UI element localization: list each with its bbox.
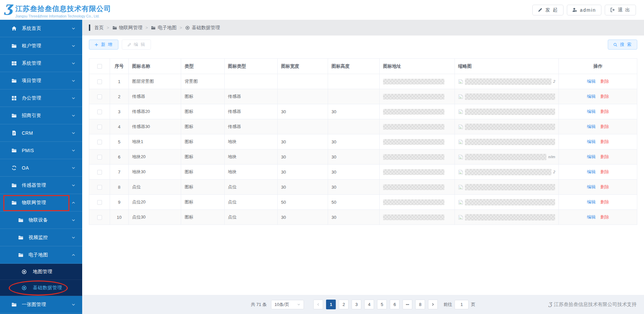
sidebar-item-label: 办公管理 [22,95,41,101]
search-button[interactable]: 搜 索 [608,40,637,50]
table-row: 3传感器20图标传感器3030编辑删除 [89,104,637,119]
sidebar-item-iot-device[interactable]: 物联设备 [0,211,82,229]
row-checkbox[interactable] [97,110,102,114]
sidebar-item-one-map-mgmt[interactable]: 一张图管理 [0,296,82,313]
sidebar-item-iot-mgmt[interactable]: 物联网管理 [0,194,82,211]
page-button[interactable]: 5 [377,300,387,309]
logout-button[interactable]: 退 出 [605,5,636,15]
sidebar-item-video-monitor[interactable]: 视频监控 [0,229,82,246]
edit-link[interactable]: 编辑 [587,214,596,219]
edit-link[interactable]: 编辑 [587,124,596,129]
delete-link[interactable]: 删除 [600,109,609,114]
sidebar-item-sensor-mgmt[interactable]: 传感器管理 [0,177,82,194]
delete-link[interactable]: 删除 [600,124,609,129]
sidebar-item-project-mgmt[interactable]: 项目管理 [0,72,82,89]
row-checkbox[interactable] [97,185,102,190]
page-button[interactable]: 1 [326,300,336,309]
page-size-value: 10条/页 [274,302,289,308]
edit-link[interactable]: 编辑 [587,154,596,159]
page-button[interactable]: 8 [415,300,425,309]
cell-thumbnail [454,180,558,195]
cell-thumbnail [454,104,558,119]
delete-link[interactable]: 删除 [600,214,609,219]
sidebar-item-office-mgmt[interactable]: 办公管理 [0,89,82,107]
sidebar-item-investment[interactable]: 招商引资 [0,107,82,124]
cell-icon-name: 地块1 [128,134,181,149]
cell-index: 10 [110,210,129,225]
add-button[interactable]: 新 增 [89,40,118,50]
page-buttons: 123456•••8 [326,300,425,309]
breadcrumb-separator: > [146,25,148,30]
sidebar-item-crm[interactable]: CRM [0,124,82,142]
delete-link[interactable]: 删除 [600,79,609,84]
page-button[interactable]: 3 [352,300,361,309]
redacted-url [383,94,444,100]
page-button[interactable]: 6 [390,300,399,309]
page-button[interactable]: 2 [339,300,348,309]
goto-input[interactable] [454,300,469,309]
sidebar-item-pmis[interactable]: PMIS [0,142,82,159]
column-header: 图标类型 [224,59,277,74]
edit-link[interactable]: 编辑 [587,184,596,189]
breadcrumb-item[interactable]: 基础数据管理 [185,25,220,31]
sidebar-item-e-map[interactable]: 电子地图 [0,246,82,264]
chevron-up-icon [71,201,75,205]
cell-checkbox [89,104,110,119]
row-checkbox[interactable] [97,170,102,175]
cell-icon-name: 传感器 [128,89,181,104]
edit-link[interactable]: 编辑 [587,94,596,99]
thumbnail-tail-fragment: n/im [548,155,555,159]
sidebar-item-map-mgmt[interactable]: 地图管理 [0,264,82,280]
cell-index: 2 [110,89,129,104]
row-checkbox[interactable] [97,95,102,99]
chevron-down-icon [71,96,75,100]
breadcrumb-item[interactable]: 首页 [94,25,104,31]
select-all-checkbox[interactable] [97,64,102,69]
delete-link[interactable]: 删除 [600,94,609,99]
delete-link[interactable]: 删除 [600,184,609,189]
edit-link[interactable]: 编辑 [587,79,596,84]
row-checkbox[interactable] [97,200,102,205]
breadcrumb-item[interactable]: 电子地图 [151,25,176,31]
cell-icon-type: 传感器 [224,89,277,104]
cell-icon-height: 30 [328,134,380,149]
edit-button[interactable]: 编 辑 [122,40,151,50]
sidebar-item-system-mgmt[interactable]: 系统管理 [0,55,82,72]
next-page-button[interactable] [428,300,438,309]
cell-checkbox [89,134,110,149]
sidebar-item-system-home[interactable]: 系统首页 [0,20,82,37]
breadcrumb-item[interactable]: 物联网管理 [112,25,143,31]
sidebar-item-tenant-mgmt[interactable]: 租户管理 [0,37,82,55]
sidebar-item-label: 项目管理 [22,78,41,84]
chevron-down-icon [297,303,301,306]
total-count: 共 71 条 [251,302,267,308]
edit-link[interactable]: 编辑 [587,169,596,174]
admin-button[interactable]: admin [567,5,601,15]
edit-link[interactable]: 编辑 [587,139,596,144]
delete-link[interactable]: 删除 [600,199,609,204]
cell-icon-url [379,119,454,134]
initiate-button[interactable]: 发 起 [532,5,564,15]
edit-link[interactable]: 编辑 [587,199,596,204]
more-pages-button[interactable]: ••• [402,300,412,309]
edit-link[interactable]: 编辑 [587,109,596,114]
delete-link[interactable]: 删除 [600,154,609,159]
cell-checkbox [89,165,110,180]
row-checkbox[interactable] [97,215,102,220]
delete-link[interactable]: 删除 [600,139,609,144]
row-checkbox[interactable] [97,125,102,129]
sidebar-item-oa[interactable]: OA [0,159,82,177]
logout-icon [610,7,615,12]
prev-page-button[interactable] [313,300,323,309]
row-checkbox[interactable] [97,79,102,84]
page-button[interactable]: 4 [364,300,374,309]
row-checkbox[interactable] [97,155,102,160]
chevron-right-icon [431,303,435,306]
thumbnail [458,93,555,100]
cell-type: 图标 [181,195,224,210]
page-size-select[interactable]: 10条/页 [271,300,304,309]
sidebar-item-basic-data-mgmt[interactable]: 基础数据管理 [0,280,82,296]
main-area: 首页>物联网管理>电子地图>基础数据管理 新 增 编 辑 搜 索 序号图标名称类 [82,20,644,314]
delete-link[interactable]: 删除 [600,169,609,174]
row-checkbox[interactable] [97,140,102,144]
